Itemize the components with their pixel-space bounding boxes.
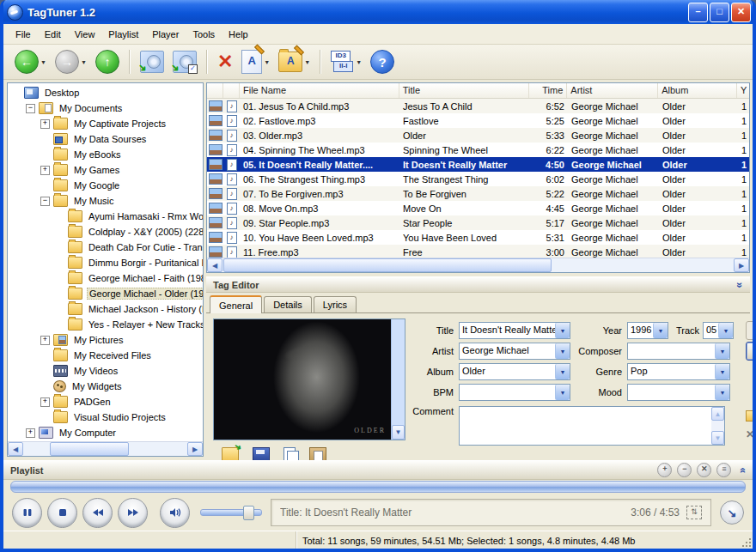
tree-scroll-track[interactable] (23, 442, 187, 456)
composer-combo[interactable]: ▼ (627, 343, 730, 360)
file-row[interactable]: ♪01. Jesus To A Child.mp3Jesus To A Chil… (207, 99, 749, 113)
tree-item[interactable]: +PADGen (8, 394, 203, 409)
file-row[interactable]: ♪03. Older.mp3Older5:33George MichaelOld… (207, 128, 749, 143)
file-row[interactable]: ♪02. Fastlove.mp3Fastlove5:25George Mich… (207, 113, 749, 128)
rename-files-button[interactable]: A▼ (240, 48, 271, 76)
volume-slider[interactable] (200, 509, 262, 516)
tree-item[interactable]: Yes - Relayer + New Tracks () ( (8, 317, 203, 332)
title-bar[interactable]: TagTuner 1.2 – □ ✕ (0, 0, 756, 24)
tree-item[interactable]: My eBooks (8, 147, 203, 162)
minimize-button[interactable]: – (688, 3, 708, 22)
tree-item[interactable]: Coldplay - X&Y (2005) (228) (8, 224, 203, 240)
comment-scrollbar[interactable]: ▲▼ (711, 407, 724, 445)
tree-item[interactable]: My Data Sourses (8, 131, 203, 147)
file-row[interactable]: ♪11. Free.mp3Free3:00George MichaelOlder… (207, 245, 749, 258)
tab-general[interactable]: General (210, 295, 262, 313)
file-row[interactable]: ♪09. Star People.mp3Star People5:17Georg… (207, 215, 749, 230)
album-art-scrollbar[interactable]: ▼ (391, 319, 405, 440)
menu-edit[interactable]: Edit (38, 27, 68, 42)
scroll-right-icon[interactable]: ▶ (734, 258, 749, 272)
tree-item[interactable]: George Michael - Faith (1987) ( (8, 270, 203, 286)
tree-item[interactable]: My Google (8, 178, 203, 193)
rename-files-dropdown-icon[interactable]: ▼ (264, 59, 270, 65)
tree-item[interactable]: −My Documents (8, 100, 203, 116)
plus-expander-icon[interactable]: + (40, 397, 50, 407)
chevron-down-icon[interactable]: ▼ (715, 343, 729, 359)
column-title[interactable]: Title (399, 83, 530, 98)
mood-combo[interactable]: ▼ (627, 384, 730, 401)
file-list-horizontal-scrollbar[interactable]: ◀ ▶ (207, 258, 749, 272)
back-dropdown-icon[interactable]: ▼ (40, 59, 46, 65)
stop-button[interactable] (47, 498, 77, 528)
chevron-down-icon[interactable]: ▼ (715, 385, 729, 400)
chevron-down-icon[interactable]: ▼ (555, 364, 570, 379)
help-button[interactable]: ? (369, 48, 396, 76)
tree-item[interactable]: My Widgets (8, 379, 203, 394)
menu-tools[interactable]: Tools (186, 27, 222, 42)
tree-item[interactable]: Visual Studio Projects (8, 409, 203, 425)
pause-button[interactable] (12, 498, 42, 528)
file-row[interactable]: ♪04. Spinning The Wheel.mp3Spinning The … (207, 143, 749, 157)
tree-item[interactable]: George Michael - Older (1996) ( (8, 286, 203, 301)
chevron-down-icon[interactable]: ▼ (718, 323, 733, 338)
tab-lyrics[interactable]: Lyrics (314, 296, 357, 312)
file-scroll-thumb[interactable] (223, 258, 552, 272)
tree-item[interactable]: −My Music (8, 193, 203, 209)
plus-expander-icon[interactable]: + (40, 166, 50, 175)
playlist-list-icon[interactable]: ≡ (716, 463, 731, 477)
album-combo[interactable]: Older▼ (459, 363, 570, 380)
tree-horizontal-scrollbar[interactable]: ◀ ▶ (8, 441, 203, 456)
tree-item[interactable]: Michael Jackson - History (Disc (8, 301, 203, 317)
forward-dropdown-icon[interactable]: ▼ (81, 59, 87, 65)
menu-help[interactable]: Help (222, 27, 255, 42)
chevron-down-icon[interactable]: ▼ (653, 323, 668, 338)
tab-details[interactable]: Details (264, 296, 312, 312)
plus-expander-icon[interactable]: + (26, 428, 35, 438)
volume-button[interactable] (160, 498, 190, 528)
file-row[interactable]: ♪05. It Doesn't Really Matter....It Does… (207, 157, 749, 172)
scroll-left-icon[interactable]: ◀ (207, 258, 223, 272)
close-button[interactable]: ✕ (731, 3, 751, 22)
maximize-button[interactable]: □ (710, 3, 729, 22)
resize-grip[interactable] (749, 545, 751, 547)
tree-item[interactable]: My Received Files (8, 348, 203, 363)
bpm-combo[interactable]: ▼ (459, 384, 570, 401)
tree-item[interactable]: +My Pictures (8, 332, 203, 348)
tree-item[interactable]: Dimmu Borgir - Puritanical Euph (8, 255, 203, 270)
scroll-left-icon[interactable]: ◀ (8, 442, 23, 456)
add-files-button[interactable] (138, 48, 166, 76)
playlist-add-icon[interactable]: + (657, 463, 672, 477)
tree-scroll-thumb[interactable] (50, 442, 129, 456)
file-row[interactable]: ♪06. The Strangest Thing.mp3The Stranges… (207, 172, 749, 186)
id3-dropdown-icon[interactable]: ▼ (356, 59, 362, 65)
menu-playlist[interactable]: Playlist (101, 27, 145, 42)
rewind-button[interactable] (82, 498, 113, 528)
chevron-down-icon[interactable]: ▼ (715, 364, 729, 379)
back-button[interactable]: ←▼ (13, 48, 48, 76)
minus-expander-icon[interactable]: − (40, 197, 50, 206)
seek-bar[interactable] (10, 481, 746, 493)
column-tag-icon[interactable] (223, 83, 240, 98)
repeat-icon[interactable]: ⇅ (686, 506, 702, 519)
chevron-down-icon[interactable]: ▼ (555, 343, 570, 359)
scroll-down-icon[interactable]: ▼ (711, 431, 724, 445)
scroll-down-icon[interactable]: ▼ (392, 425, 405, 440)
column-file-name[interactable]: File Name (240, 83, 399, 98)
volume-slider-thumb[interactable] (243, 506, 254, 520)
minus-expander-icon[interactable]: − (26, 104, 35, 113)
playlist-remove-icon[interactable]: − (677, 463, 692, 477)
tree-item[interactable]: Desktop (8, 85, 203, 100)
genre-combo[interactable]: Pop▼ (627, 363, 730, 380)
fast-forward-button[interactable] (118, 498, 148, 528)
tree-item[interactable]: Ayumi Hamasaki - Rmx Works F (8, 209, 203, 224)
column-year[interactable]: Y (737, 83, 749, 98)
tree-item[interactable]: +My Captivate Projects (8, 116, 203, 131)
artist-combo[interactable]: George Michael▼ (459, 343, 570, 360)
column-time[interactable]: Time (529, 83, 567, 98)
comment-input[interactable] (460, 407, 711, 445)
chevron-down-icon[interactable]: ▼ (555, 323, 570, 338)
title-combo[interactable]: It Doesn't Really Matter▼ (459, 322, 570, 339)
clear-tags-button[interactable]: Clear Tags (746, 342, 756, 361)
save-tags-button[interactable]: Save Tags (746, 321, 756, 340)
column-artist[interactable]: Artist (567, 83, 658, 98)
